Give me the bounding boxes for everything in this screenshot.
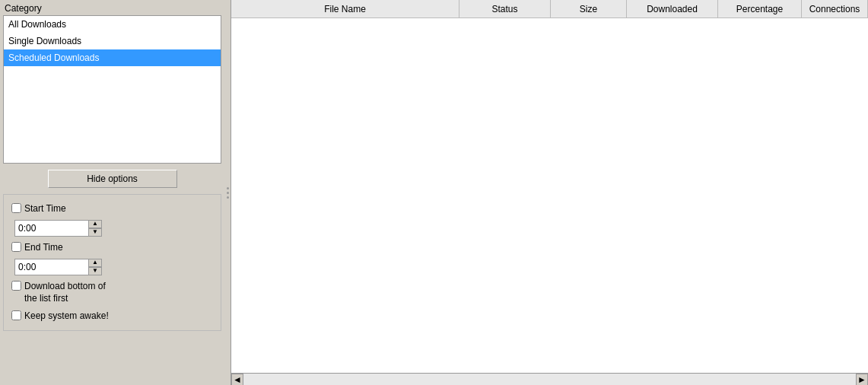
category-label: Category	[3, 3, 221, 14]
options-panel: Start Time ▲ ▼ End Time ▲ ▼	[3, 194, 221, 331]
table-header: File Name Status Size Downloaded Percent…	[231, 0, 868, 18]
category-single-downloads[interactable]: Single Downloads	[4, 33, 221, 49]
end-time-spinners: ▲ ▼	[88, 259, 102, 275]
keep-awake-label: Keep system awake!	[24, 310, 109, 323]
divider-dot-3	[227, 196, 229, 199]
col-size[interactable]: Size	[551, 0, 627, 18]
end-time-up-btn[interactable]: ▲	[88, 259, 102, 267]
category-all-downloads[interactable]: All Downloads	[4, 16, 221, 33]
scroll-left-button[interactable]: ◄	[231, 374, 243, 386]
divider-dot-1	[227, 187, 229, 189]
right-panel: File Name Status Size Downloaded Percent…	[231, 0, 868, 385]
category-scheduled-downloads[interactable]: Scheduled Downloads	[4, 49, 221, 66]
divider-dot-2	[227, 192, 229, 194]
download-bottom-row: Download bottom of the list first	[11, 280, 213, 306]
start-time-label: Start Time	[24, 202, 66, 215]
scroll-track[interactable]	[243, 374, 856, 385]
end-time-checkbox[interactable]	[11, 242, 21, 252]
start-time-up-btn[interactable]: ▲	[88, 220, 102, 228]
col-filename[interactable]: File Name	[231, 0, 459, 18]
start-time-spinners: ▲ ▼	[88, 220, 102, 237]
panel-divider[interactable]	[224, 0, 231, 385]
end-time-row: End Time	[11, 241, 213, 254]
start-time-checkbox[interactable]	[11, 203, 21, 213]
end-time-down-btn[interactable]: ▼	[88, 267, 102, 275]
col-status[interactable]: Status	[459, 0, 551, 18]
end-time-input-row: ▲ ▼	[14, 259, 213, 275]
end-time-label: End Time	[24, 241, 63, 254]
col-connections[interactable]: Connections	[802, 0, 868, 18]
download-bottom-checkbox[interactable]	[11, 281, 21, 291]
download-bottom-label: Download bottom of the list first	[24, 280, 106, 306]
keep-awake-checkbox[interactable]	[11, 310, 21, 320]
start-time-down-btn[interactable]: ▼	[88, 228, 102, 237]
col-downloaded[interactable]: Downloaded	[627, 0, 718, 18]
divider-dots	[227, 187, 229, 199]
category-list: All Downloads Single Downloads Scheduled…	[3, 15, 221, 164]
start-time-input-container: ▲ ▼	[14, 220, 102, 237]
horizontal-scrollbar: ◄ ►	[231, 373, 868, 385]
left-panel: Category All Downloads Single Downloads …	[0, 0, 224, 385]
end-time-input-container: ▲ ▼	[14, 259, 102, 275]
start-time-input-row: ▲ ▼	[14, 220, 213, 237]
start-time-row: Start Time	[11, 202, 213, 215]
keep-awake-row: Keep system awake!	[11, 310, 213, 323]
col-percentage[interactable]: Percentage	[718, 0, 802, 18]
hide-options-button[interactable]: Hide options	[48, 170, 177, 188]
table-body	[231, 18, 868, 373]
scroll-right-button[interactable]: ►	[856, 374, 868, 386]
